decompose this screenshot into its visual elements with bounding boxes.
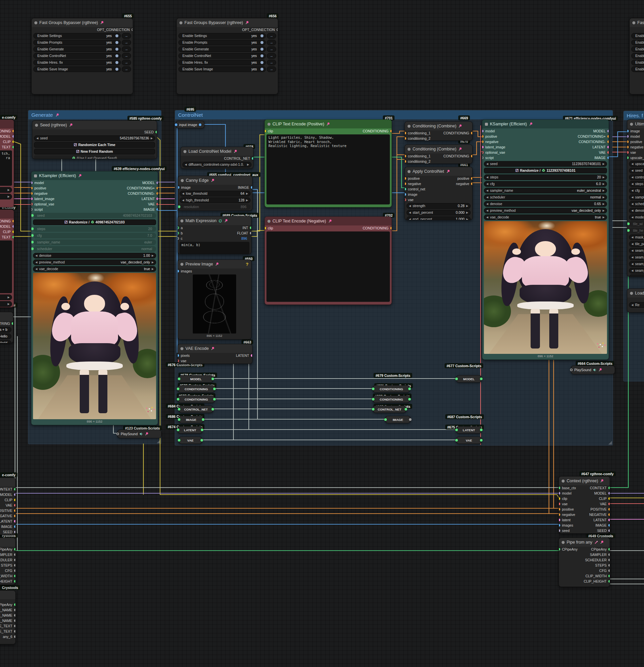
help-icon[interactable]: ? [246, 262, 248, 267]
output-dot[interactable] [157, 197, 158, 200]
toggle-dot[interactable] [260, 41, 263, 44]
decrement-arrow-icon[interactable]: ◀ [182, 192, 184, 195]
input-slot-negative[interactable]: negative [630, 145, 644, 149]
input-slot-pixels[interactable]: pixels [181, 354, 190, 358]
increment-arrow-icon[interactable]: ▶ [603, 196, 605, 199]
input-slot-clip[interactable]: clip [268, 129, 273, 133]
output-dot[interactable] [14, 548, 15, 551]
widget-button[interactable]: ⚂Randomize / ♻409874524702103 [33, 219, 156, 225]
input-slot-conditioning_1[interactable]: conditioning_1 [408, 154, 431, 158]
input-dot[interactable] [627, 130, 629, 132]
increment-arrow-icon[interactable]: ▶ [603, 182, 605, 185]
increment-arrow-icon[interactable]: ▶ [8, 189, 10, 192]
input-dot[interactable] [31, 208, 33, 211]
decrement-arrow-icon[interactable]: ◀ [36, 137, 38, 140]
output-slot-STEPS[interactable]: STEPS [595, 563, 607, 567]
input-slot-model[interactable]: model [34, 181, 44, 185]
output-dot[interactable] [14, 520, 15, 523]
input-slot-vae[interactable]: vae [181, 359, 187, 363]
toggle-dot[interactable] [260, 61, 263, 64]
input-dot[interactable] [178, 270, 179, 273]
increment-arrow-icon[interactable]: ▶ [603, 216, 605, 219]
output-dot[interactable] [14, 559, 15, 561]
output-slot-CONTROL_NET[interactable]: CONTROL_NET [224, 157, 250, 160]
output-dot[interactable] [14, 569, 15, 572]
widget-tile_wi[interactable]: tile_wi [629, 221, 644, 227]
output-slot-SAMPLER_NAME[interactable]: SAMPLER_NAME [0, 608, 12, 612]
input-slot-model[interactable]: model [485, 129, 495, 133]
output-slot-CLIP_WIDTH[interactable]: CLIP_WIDTH [585, 574, 607, 578]
node-reroute-cond1-l[interactable]: CONDITIONING [178, 385, 215, 392]
bypass-toggle-enable-controlnet[interactable]: Enable ControlNetyes [178, 53, 266, 59]
bypass-toggle-enable-save-image[interactable]: Enable Save Imageyes [178, 66, 266, 72]
bypass-toggle-enable-controlnet[interactable]: Enable ControlNetyes [33, 53, 121, 59]
widget-seam_[interactable]: ◀seam_▶ [629, 261, 644, 267]
output-slot-SCHEDULER[interactable]: SCHEDULER [585, 558, 607, 562]
widget-button[interactable]: ⚂New Fixed Random [34, 149, 155, 154]
input-dot[interactable] [178, 186, 179, 189]
widget-denois[interactable]: ◀denois▶ [629, 208, 644, 213]
input-slot-latent_image[interactable]: latent_image [485, 145, 505, 149]
output-slot-SEED[interactable]: SEED [597, 528, 607, 533]
node-header[interactable]: Preview Image? [178, 260, 251, 269]
widget-start_percent[interactable]: ◀start_percent0.000▶ [406, 210, 471, 215]
widget-contro[interactable]: ◀contro▶ [629, 175, 644, 180]
input-slot-image[interactable]: image [630, 129, 640, 133]
widget-seed[interactable]: ◀seed545218975678236▶ [34, 135, 155, 141]
collapse-icon[interactable] [562, 479, 565, 483]
decrement-arrow-icon[interactable]: ◀ [631, 176, 633, 179]
input-dot[interactable] [559, 548, 560, 551]
input-slot-latent[interactable]: latent [562, 518, 570, 522]
decrement-arrow-icon[interactable]: ◀ [486, 216, 488, 219]
input-dot[interactable] [482, 135, 484, 138]
input-dot[interactable] [178, 359, 179, 362]
input-dot[interactable] [455, 377, 458, 380]
bypass-toggle-enable-h[interactable]: Enable H [631, 60, 644, 65]
increment-arrow-icon[interactable]: ▶ [466, 205, 468, 208]
output-dot[interactable] [14, 553, 15, 556]
output-slot-CLIP_HEIGHT[interactable]: CLIP_HEIGHT [0, 579, 12, 583]
input-dot[interactable] [265, 227, 266, 229]
output-dot[interactable] [157, 187, 158, 190]
input-dot[interactable] [178, 439, 180, 442]
output-slot-VAE[interactable]: VAE [600, 502, 607, 506]
group-title[interactable]: Hires. f [624, 111, 644, 120]
node-header[interactable] [0, 210, 14, 218]
widget-preview_method[interactable]: ◀preview_methodvae_decoded_only▶ [484, 208, 607, 213]
bypass-arrow-button[interactable]: → [122, 60, 131, 65]
toggle-dot[interactable] [260, 54, 263, 58]
output-dot[interactable] [201, 428, 204, 431]
decrement-arrow-icon[interactable]: ◀ [631, 209, 633, 212]
node-reroute-image-l[interactable]: IMAGE [179, 416, 204, 423]
output-slot-IMAGE[interactable]: IMAGE [143, 208, 155, 211]
input-dot[interactable] [178, 354, 179, 357]
widget-value[interactable]: a + b [0, 327, 11, 332]
decrement-arrow-icon[interactable]: ◀ [409, 211, 411, 214]
widget-mode_[interactable]: ◀mode_▶ [629, 214, 644, 220]
input-dot[interactable] [372, 398, 374, 401]
widget-scheduler[interactable]: ◀schedulernormal▶ [484, 194, 607, 200]
input-slot-negative[interactable]: negative [408, 182, 421, 186]
widget-sampl[interactable]: ◀sampl▶ [629, 194, 644, 200]
text-area[interactable] [267, 231, 390, 302]
node-header[interactable]: Conditioning (Combine) [405, 145, 472, 153]
input-dot[interactable] [559, 487, 560, 489]
output-dot[interactable] [14, 575, 15, 577]
input-dot[interactable] [178, 237, 179, 240]
input-dot[interactable] [559, 529, 560, 532]
input-dot[interactable] [31, 192, 33, 195]
output-slot-FLOAT[interactable]: FLOAT [237, 231, 248, 235]
output-slot-INT[interactable]: INT [242, 226, 248, 230]
output-slot-CONDITIONING-[interactable]: CONDITIONING- [128, 192, 155, 195]
output-dot[interactable] [471, 155, 472, 158]
output-slot-CLIP_WIDTH[interactable]: CLIP_WIDTH [0, 574, 12, 578]
widget-seam_[interactable]: ◀seam_▶ [629, 248, 644, 254]
output-slot-VAE[interactable]: VAE [6, 503, 12, 507]
input-slot-optional_vae[interactable]: optional_vae [485, 150, 505, 154]
widget-steps[interactable]: ◀steps20▶ [484, 175, 607, 180]
output-slot-MODEL[interactable]: MODEL [142, 181, 155, 185]
collapse-icon[interactable] [630, 123, 633, 126]
output-dot[interactable] [608, 529, 610, 532]
output-slot-OPT_CONNECTION[interactable]: OPT_CONNECTION [242, 28, 275, 32]
input-dot[interactable] [482, 146, 484, 148]
